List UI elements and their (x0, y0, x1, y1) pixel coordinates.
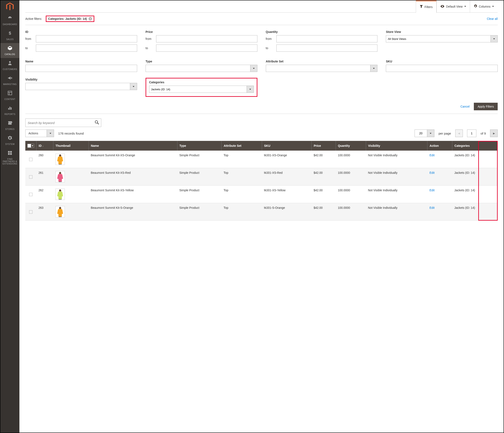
store-view-select[interactable] (386, 35, 490, 42)
product-thumbnail[interactable] (55, 189, 65, 200)
cell-name: Beaumont Summit Kit-XS-Orange (89, 150, 177, 168)
nav-dashboard[interactable]: DASHBOARD (0, 13, 19, 28)
edit-link[interactable]: Edit (430, 154, 435, 157)
price-from-input[interactable] (156, 35, 257, 42)
cell-thumbnail (53, 150, 89, 168)
nav-reports[interactable]: REPORTS (0, 103, 19, 118)
clear-all-link[interactable]: Clear all (487, 17, 498, 20)
actions-dropdown-button[interactable] (47, 130, 54, 137)
qty-to-input[interactable] (276, 44, 378, 52)
cancel-button[interactable]: Cancel (460, 105, 470, 108)
active-filters-bar: Active filters: Categories: Jackets (ID:… (25, 13, 498, 25)
search-icon[interactable] (95, 120, 99, 125)
visibility-dropdown-button[interactable] (130, 83, 137, 90)
nav-label: CATALOG (5, 53, 15, 55)
box-icon (7, 45, 12, 52)
product-thumbnail[interactable] (55, 171, 65, 182)
col-thumbnail[interactable]: Thumbnail (53, 141, 89, 150)
to-label: to (266, 46, 273, 50)
svg-line-13 (98, 123, 99, 124)
svg-rect-2 (8, 91, 12, 95)
col-sku[interactable]: SKU (262, 141, 311, 150)
nav-customers[interactable]: CUSTOMERS (0, 58, 19, 73)
sku-input[interactable] (386, 65, 498, 72)
type-select[interactable] (145, 65, 250, 72)
per-page-input[interactable] (414, 130, 427, 137)
search-input[interactable] (28, 121, 95, 125)
filter-quantity: Quantity from to (266, 30, 378, 54)
per-page-dropdown-button[interactable] (427, 130, 434, 137)
col-type[interactable]: Type (177, 141, 222, 150)
name-input[interactable] (25, 65, 137, 72)
filter-price: Price from to (145, 30, 257, 54)
filter-id: ID from to (25, 30, 137, 54)
nav-label: CONTENT (4, 98, 15, 100)
store-view-dropdown-button[interactable] (490, 35, 498, 42)
visibility-select[interactable] (25, 83, 130, 90)
nav-sales[interactable]: $SALES (0, 28, 19, 43)
cell-categories: Jackets (ID: 14) (452, 203, 498, 221)
col-price[interactable]: Price (312, 141, 336, 150)
filter-attr-set: Attribute Set (266, 60, 378, 72)
col-id[interactable]: ID↓ (36, 141, 53, 150)
filter-sku-label: SKU (386, 60, 498, 63)
remove-filter-icon[interactable]: ✕ (89, 17, 92, 20)
nav-content[interactable]: CONTENT (0, 88, 19, 103)
bars-icon (7, 106, 12, 112)
edit-link[interactable]: Edit (430, 189, 435, 192)
apply-filters-button[interactable]: Apply Filters (474, 103, 498, 110)
categories-select[interactable] (149, 86, 247, 93)
col-name[interactable]: Name (89, 141, 177, 150)
to-label: to (25, 46, 33, 50)
filter-categories: Categories (145, 78, 257, 97)
cell-id: 263 (36, 203, 53, 221)
cell-sku: MJ01-S-Orange (262, 203, 311, 221)
cell-type: Simple Product (177, 168, 222, 186)
row-checkbox[interactable] (29, 193, 33, 196)
col-visibility[interactable]: Visibility (366, 141, 427, 150)
default-view-button[interactable]: Default View (436, 0, 470, 12)
edit-link[interactable]: Edit (430, 206, 435, 209)
next-page-button[interactable]: ▸ (490, 130, 498, 137)
categories-dropdown-button[interactable] (247, 86, 254, 93)
per-page-label: per page (439, 132, 451, 135)
nav-catalog[interactable]: CATALOG (0, 43, 19, 58)
col-action[interactable]: Action (427, 141, 452, 150)
filters-label: Filters (424, 5, 432, 9)
nav-stores[interactable]: STORES (0, 118, 19, 133)
nav-system[interactable]: SYSTEM (0, 133, 19, 148)
product-thumbnail[interactable] (55, 154, 65, 165)
prev-page-button[interactable]: ◂ (455, 130, 463, 137)
cell-qty: 100.0000 (336, 150, 366, 168)
current-page-input[interactable] (467, 130, 476, 137)
actions-dropdown[interactable]: Actions (25, 130, 54, 137)
id-from-input[interactable] (36, 35, 137, 42)
filters-button[interactable]: Filters (416, 1, 436, 13)
attrset-dropdown-button[interactable] (370, 65, 378, 72)
product-thumbnail[interactable] (55, 206, 65, 217)
cell-qty: 100.0000 (336, 168, 366, 186)
type-dropdown-button[interactable] (250, 65, 257, 72)
active-filter-chip: Categories: Jackets (ID: 14) ✕ (46, 16, 94, 22)
columns-button[interactable]: Columns (470, 0, 498, 12)
price-to-input[interactable] (156, 44, 257, 52)
col-attrset[interactable]: Attribute Set (222, 141, 262, 150)
edit-link[interactable]: Edit (430, 171, 435, 174)
nav-find-partners-extensions[interactable]: FIND PARTNERS & EXTENSIONS (0, 148, 19, 168)
col-qty[interactable]: Quantity (336, 141, 366, 150)
qty-from-input[interactable] (276, 35, 378, 42)
cell-attrset: Top (222, 168, 262, 186)
cell-price: $42.00 (312, 150, 336, 168)
attrset-select[interactable] (266, 65, 370, 72)
nav-label: STORES (5, 128, 15, 130)
svg-point-1 (9, 61, 11, 63)
store-icon (7, 120, 12, 127)
magento-logo[interactable] (0, 0, 19, 13)
row-checkbox[interactable] (29, 210, 33, 214)
id-to-input[interactable] (36, 44, 137, 52)
col-categories[interactable]: Categories (452, 141, 498, 150)
row-checkbox[interactable] (29, 158, 33, 161)
row-checkbox[interactable] (29, 175, 33, 179)
select-all-checkbox[interactable] (27, 144, 34, 148)
nav-marketing[interactable]: MARKETING (0, 73, 19, 88)
